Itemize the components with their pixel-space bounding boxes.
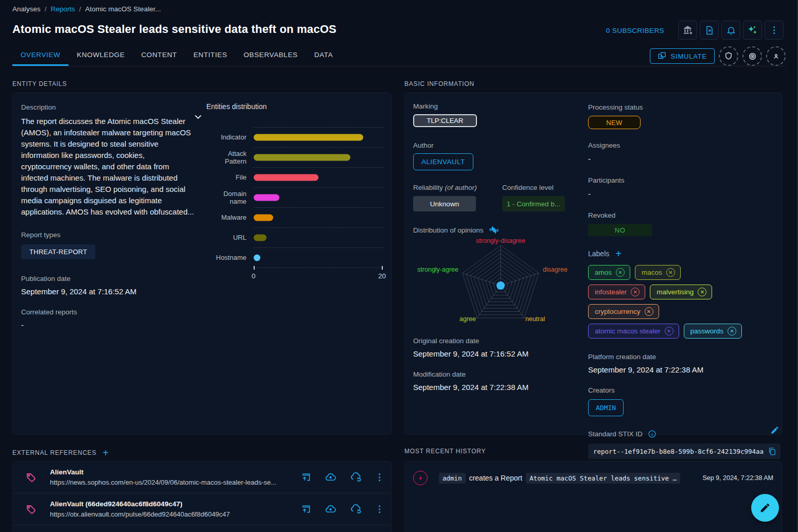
correlated-reports-value: -	[21, 321, 196, 329]
cloud-upload-icon[interactable]	[325, 503, 336, 515]
cloud-sync-icon[interactable]	[350, 471, 362, 483]
history-object-chip: Atomic macOS Stealer leads sensitive …	[526, 473, 680, 484]
modification-date-label: Modification date	[413, 370, 466, 378]
radar-label-strongly-agree: strongly-agree	[417, 266, 458, 273]
chart-row: Indicator	[206, 127, 383, 147]
chart-bar[interactable]	[254, 134, 363, 141]
remove-label-icon[interactable]: ✕	[631, 288, 640, 296]
processing-status-chip[interactable]: NEW	[588, 116, 641, 129]
label-chip[interactable]: cryptocurrency✕	[588, 304, 659, 319]
external-reference-row[interactable]: AlienVault https://news.sophos.com/en-us…	[13, 462, 391, 493]
basic-information-panel: Marking TLP:CLEAR Author ALIENVAULT Reli…	[404, 93, 782, 435]
add-organization-button[interactable]	[678, 21, 697, 40]
tab-overview[interactable]: OVERVIEW	[12, 45, 68, 66]
label-chip[interactable]: atomic macos stealer✕	[588, 324, 679, 339]
chart-row: File	[206, 167, 383, 187]
creator-chip[interactable]: ADMIN	[588, 399, 624, 416]
kebab-menu-icon: ⋮	[770, 25, 778, 36]
stix-id-row: report--1ef91e7b-b8e8-599b-8cf6-242139c9…	[588, 444, 781, 459]
subscribers-count[interactable]: 0 SUBSCRIBERS	[606, 27, 664, 34]
reference-text: AlienVault (66ded924640ac6f8d6049c47) ht…	[50, 500, 294, 518]
report-type-chip[interactable]: THREAT-REPORT	[21, 244, 95, 259]
label-chip[interactable]: macos✕	[635, 265, 681, 280]
chart-bar[interactable]	[254, 174, 318, 181]
cloud-sync-icon[interactable]	[350, 503, 362, 515]
tab-data[interactable]: DATA	[306, 45, 341, 66]
description-label: Description	[21, 103, 56, 111]
history-user-chip: admin	[439, 473, 466, 484]
edit-pencil-icon[interactable]	[770, 425, 779, 435]
chart-bar[interactable]	[254, 235, 267, 241]
chart-bar[interactable]	[254, 194, 279, 201]
more-options-button[interactable]: ⋮	[765, 21, 784, 40]
notifications-button[interactable]	[721, 21, 740, 40]
original-creation-date-label: Original creation date	[413, 337, 479, 345]
simulate-button[interactable]: SIMULATE	[650, 48, 715, 64]
tab-entities[interactable]: ENTITIES	[185, 45, 236, 66]
tag-icon	[24, 503, 37, 516]
tab-right-controls: SIMULATE	[650, 46, 786, 66]
remove-label-icon[interactable]: ✕	[616, 268, 625, 277]
reference-actions: ⋮	[300, 471, 384, 483]
chart-category-label: Attack Pattern	[206, 150, 254, 165]
revoked-label: Revoked	[588, 211, 615, 219]
chart-row: Hostname	[206, 247, 383, 268]
bell-icon	[726, 25, 736, 36]
target-icon	[748, 51, 757, 61]
add-label-icon[interactable]: +	[615, 249, 622, 259]
thumbs-up-down-icon[interactable]	[489, 225, 499, 235]
reliability-label: Reliability (of author)	[413, 184, 477, 191]
edit-fab-button[interactable]	[751, 494, 779, 522]
remove-label-icon[interactable]: ✕	[728, 327, 736, 335]
confidence-level-chip[interactable]: 1 - Confirmed b...	[502, 196, 565, 211]
ai-assistant-button[interactable]	[743, 21, 762, 40]
author-chip[interactable]: ALIENVAULT	[413, 153, 473, 170]
kebab-menu-icon[interactable]: ⋮	[375, 472, 384, 483]
label-chip[interactable]: infostealer✕	[588, 285, 645, 299]
label-chip[interactable]: passwords✕	[684, 324, 742, 339]
external-reference-row[interactable]: AlienVault (66ded924640ac6f8d6049c47) ht…	[13, 493, 391, 525]
remove-label-icon[interactable]: ✕	[645, 307, 653, 316]
basic-information-section-label: BASIC INFORMATION	[404, 80, 474, 87]
tab-content[interactable]: CONTENT	[133, 45, 185, 66]
open-in-browser-icon[interactable]	[300, 472, 311, 483]
breadcrumb-analyses[interactable]: Analyses	[12, 5, 41, 13]
label-chip[interactable]: malvertising✕	[650, 285, 712, 299]
tab-knowledge[interactable]: KNOWLEDGE	[68, 45, 133, 66]
tab-observables[interactable]: OBSERVABLES	[236, 45, 306, 66]
label-text: amos	[595, 269, 612, 276]
entity-details-section-label: ENTITY DETAILS	[12, 80, 67, 87]
shield-indicator-button[interactable]	[719, 46, 738, 66]
opinions-radar-chart: strongly-disagree disagree neutral agree…	[413, 237, 588, 329]
remove-label-icon[interactable]: ✕	[665, 327, 673, 335]
chart-bar[interactable]	[254, 255, 260, 261]
report-types-label: Report types	[21, 231, 61, 239]
chart-bar[interactable]	[254, 154, 350, 161]
marking-chip[interactable]: TLP:CLEAR	[413, 114, 477, 127]
remove-label-icon[interactable]: ✕	[666, 268, 675, 277]
add-external-reference-icon[interactable]: +	[102, 448, 109, 458]
history-message: admin creates a Report Atomic macOS Stea…	[439, 473, 695, 484]
reference-url: https://otx.alienvault.com/pulse/66ded92…	[50, 510, 294, 518]
breadcrumb-reports[interactable]: Reports	[51, 5, 75, 13]
kebab-menu-icon[interactable]: ⋮	[375, 504, 384, 515]
history-date: Sep 9, 2024, 7:22:38 AM	[702, 474, 773, 482]
label-chip[interactable]: amos✕	[588, 265, 630, 280]
target-indicator-button[interactable]	[742, 46, 762, 66]
chevron-down-icon[interactable]	[193, 112, 203, 122]
export-report-button[interactable]	[700, 21, 719, 40]
remove-label-icon[interactable]: ✕	[698, 288, 706, 296]
open-in-browser-icon[interactable]	[300, 504, 311, 515]
history-action-text: creates a Report	[469, 474, 523, 482]
copy-icon[interactable]	[768, 447, 776, 456]
opinions-label: Distribution of opinions	[413, 226, 484, 234]
chart-plot-area	[254, 147, 383, 167]
chart-bar[interactable]	[254, 215, 273, 221]
reference-text: AlienVault https://news.sophos.com/en-us…	[50, 468, 294, 486]
history-entry: + admin creates a Report Atomic macOS St…	[413, 471, 773, 485]
info-icon[interactable]	[648, 430, 657, 438]
chart-row: Attack Pattern	[206, 147, 383, 167]
person-scan-indicator-button[interactable]	[766, 46, 786, 66]
processing-status-label: Processing status	[588, 103, 643, 111]
cloud-upload-icon[interactable]	[325, 471, 336, 483]
